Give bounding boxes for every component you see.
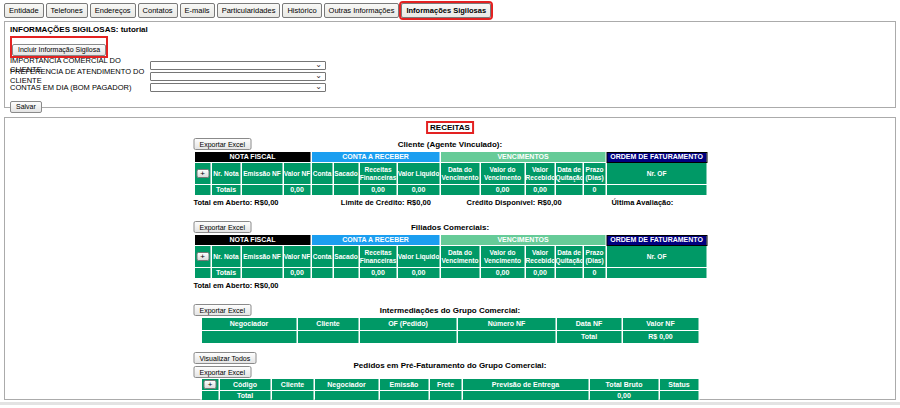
tab-telefones[interactable]: Telefones [46, 3, 88, 18]
tab-informacoes-sigilosas[interactable]: Informações Sigilosas [401, 3, 491, 18]
totals-cell: 0,00 [525, 185, 555, 196]
expand-all-button[interactable]: + [196, 169, 209, 178]
tab-particularidades[interactable]: Particularidades [217, 3, 281, 18]
totals-cell: 0,00 [589, 391, 659, 401]
totals-cell [462, 391, 589, 401]
group-nota-fiscal: NOTA FISCAL [194, 152, 311, 163]
col-valor-vencimento: Valor do Vencimento [480, 246, 525, 268]
chevron-down-icon: ⌄ [315, 82, 322, 91]
col-nr-of: Nr. OF [606, 163, 707, 185]
col-valor-nf: Valor NF [283, 163, 311, 185]
col-prazo-dias: Prazo (Dias) [583, 163, 606, 185]
filiados-section: Exportar Excel Filiados Comerciais: NOTA… [194, 221, 707, 290]
totals-cell: Total [219, 391, 271, 401]
receitas-title: RECEITAS [426, 121, 474, 134]
total-value-cell: R$ 0,00 [622, 331, 699, 344]
cliente-summary-row: Total em Aberto: R$0,00 Limite de Crédit… [194, 198, 707, 207]
app-window: Entidade Telefones Endereços Contatos E-… [0, 0, 900, 408]
cliente-table: NOTA FISCAL CONTA A RECEBER VENCIMENTOS … [194, 151, 708, 196]
pedidos-section: Visualizar Todos Exportar Excel Pedidos … [194, 352, 707, 401]
field-row-contas: CONTAS EM DIA (BOM PAGADOR) ⌄ [10, 82, 890, 92]
col-valor-nf: Valor NF [622, 318, 699, 331]
tab-emails[interactable]: E-mails [180, 3, 215, 18]
col-data-nf: Data NF [556, 318, 622, 331]
expand-all-button[interactable]: + [196, 252, 209, 261]
group-conta-a-receber: CONTA A RECEBER [311, 152, 440, 163]
col-emissao: Emissão [379, 379, 429, 391]
contas-label: CONTAS EM DIA (BOM PAGADOR) [10, 83, 150, 92]
col-status: Status [659, 379, 699, 391]
totals-cell [440, 268, 480, 279]
table-cell [359, 331, 457, 344]
col-frete: Frete [429, 379, 462, 391]
tab-enderecos[interactable]: Endereços [90, 3, 136, 18]
salvar-button[interactable]: Salvar [10, 101, 42, 113]
intermediacoes-section: Exportar Excel Intermediações do Grupo C… [194, 304, 707, 344]
totals-cell [333, 268, 359, 279]
pedidos-heading: Pedidos em Pré-Faturamento do Grupo Come… [194, 352, 707, 378]
totals-cell [241, 185, 283, 196]
totals-cell [606, 268, 707, 279]
exportar-excel-button-intermediacoes[interactable]: Exportar Excel [194, 304, 252, 316]
totals-cell: 0,00 [397, 185, 440, 196]
totals-cell [379, 391, 429, 401]
group-vencimentos: VENCIMENTOS [440, 152, 606, 163]
exportar-excel-button-filiados[interactable]: Exportar Excel [194, 221, 252, 233]
col-valor-liquido: Valor Liquido [397, 163, 440, 185]
tab-contatos[interactable]: Contatos [138, 3, 178, 18]
chevron-down-icon: ⌄ [315, 71, 322, 80]
limite-de-credito: Limite de Crédito: R$0,00 [322, 198, 450, 207]
totals-cell: 0,00 [480, 185, 525, 196]
cliente-section-heading: Cliente (Agente Vinculado): [194, 138, 707, 151]
col-previsao-entrega: Previsão de Entrega [462, 379, 589, 391]
total-em-aberto: Total em Aberto: R$0,00 [194, 198, 322, 207]
panel-title: INFORMAÇÕES SIGILOSAS: tutorial [10, 25, 890, 34]
col-valor-recebido: Valor Recebido [525, 246, 555, 268]
tab-historico[interactable]: Histórico [282, 3, 321, 18]
totals-cell [429, 391, 462, 401]
visualizar-todos-button[interactable]: Visualizar Todos [194, 352, 257, 364]
field-row-preferencia: PREFERENCIA DE ATENDIMENTO DO CLIENTE ⌄ [10, 71, 890, 81]
tab-outras-informacoes[interactable]: Outras Informações [324, 3, 400, 18]
total-label-cell: Total [556, 331, 622, 344]
include-button-highlight: Incluir Informação Sigilosa [10, 36, 108, 58]
informacoes-sigilosas-panel: INFORMAÇÕES SIGILOSAS: tutorial Incluir … [4, 21, 896, 108]
contas-select[interactable]: ⌄ [150, 83, 326, 92]
col-codigo: Código [219, 379, 271, 391]
col-conta: Conta [311, 246, 333, 268]
totals-cell [271, 391, 314, 401]
totals-cell [555, 185, 583, 196]
exportar-excel-button-pedidos[interactable]: Exportar Excel [194, 366, 252, 378]
col-nr-nota: Nr. Nota [211, 246, 241, 268]
col-cliente: Cliente [271, 379, 314, 391]
totals-cell [555, 268, 583, 279]
totals-cell: 0,00 [480, 268, 525, 279]
chevron-down-icon: ⌄ [315, 60, 322, 69]
tab-entidade[interactable]: Entidade [4, 3, 44, 18]
col-receitas-financeiras: Receitas Financeiras [359, 246, 397, 268]
incluir-informacao-sigilosa-button[interactable]: Incluir Informação Sigilosa [12, 44, 106, 56]
col-sacado: Sacado [333, 163, 359, 185]
totals-cell [311, 268, 333, 279]
col-negociador: Negociador [201, 318, 297, 331]
totals-cell [659, 391, 699, 401]
totals-cell: Totais [211, 268, 241, 279]
exportar-excel-button-cliente[interactable]: Exportar Excel [194, 138, 252, 150]
col-cliente: Cliente [297, 318, 359, 331]
importancia-select[interactable]: ⌄ [150, 61, 326, 70]
col-emissao-nf: Emissão NF [241, 163, 283, 185]
col-total-bruto: Total Bruto [589, 379, 659, 391]
receitas-panel: RECEITAS Exportar Excel Cliente (Agente … [4, 117, 896, 400]
expand-all-button[interactable]: + [204, 380, 217, 389]
totals-cell [440, 185, 480, 196]
preferencia-select[interactable]: ⌄ [150, 72, 326, 81]
col-data-vencimento: Data do Vencimento [440, 246, 480, 268]
totals-cell [311, 185, 333, 196]
totals-cell: 0 [583, 268, 606, 279]
intermediacoes-heading: Intermediações do Grupo Comercial: [194, 304, 707, 317]
totals-cell [333, 185, 359, 196]
col-emissao-nf: Emissão NF [241, 246, 283, 268]
group-nota-fiscal: NOTA FISCAL [194, 235, 311, 246]
group-conta-a-receber: CONTA A RECEBER [311, 235, 440, 246]
totals-cell [314, 391, 379, 401]
